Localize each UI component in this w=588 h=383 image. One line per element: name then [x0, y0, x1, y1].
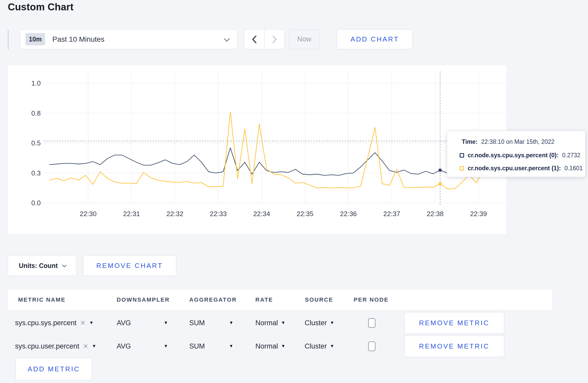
next-range-button[interactable] — [264, 30, 284, 49]
chart-card: 0.00.30.50.81.022:3022:3122:3222:3322:34… — [8, 65, 507, 235]
time-range-label: Past 10 Minutes — [52, 35, 104, 44]
svg-text:22:38: 22:38 — [427, 210, 444, 218]
svg-text:22:33: 22:33 — [210, 210, 227, 218]
downsampler-value: AVG — [117, 319, 131, 327]
svg-text:0.5: 0.5 — [31, 139, 41, 147]
caret-down-icon: ▼ — [229, 320, 233, 325]
metric-row: sys.cpu.sys.percent ✕ ▼ AVG ▼ SUM ▼ Norm… — [0, 312, 588, 334]
downsampler-select[interactable]: AVG ▼ — [117, 312, 168, 334]
column-header-aggregator: AGGREGATOR — [189, 296, 237, 303]
caret-down-icon[interactable]: ▼ — [89, 320, 94, 325]
caret-down-icon: ▼ — [229, 344, 233, 349]
source-value: Cluster — [305, 319, 327, 327]
per-node-checkbox[interactable] — [368, 342, 375, 351]
metrics-table-header: METRIC NAME DOWNSAMPLER AGGREGATOR RATE … — [8, 290, 552, 310]
svg-text:22:34: 22:34 — [253, 210, 270, 218]
svg-text:0.8: 0.8 — [31, 109, 41, 117]
tooltip-series-label: cr.node.sys.cpu.sys.percent (0): — [468, 152, 558, 159]
svg-text:1.0: 1.0 — [31, 79, 41, 87]
aggregator-select[interactable]: SUM ▼ — [189, 335, 233, 357]
chart-tooltip: Time: 22:38:10 on Mar 15th, 2022 cr.node… — [447, 131, 585, 177]
series-swatch-icon — [460, 153, 464, 158]
remove-metric-button[interactable]: REMOVE METRIC — [404, 312, 504, 334]
svg-text:0.3: 0.3 — [31, 169, 41, 177]
chevron-down-icon — [224, 36, 230, 41]
column-header-source: SOURCE — [305, 296, 333, 303]
svg-text:22:32: 22:32 — [166, 210, 183, 218]
caret-down-icon: ▼ — [164, 344, 168, 349]
add-chart-button[interactable]: ADD CHART — [337, 29, 413, 49]
tooltip-series-value: 0.1601 — [564, 165, 583, 172]
remove-metric-name-icon[interactable]: ✕ — [83, 343, 88, 350]
chevron-right-icon — [271, 35, 278, 44]
series-swatch-icon — [460, 166, 464, 171]
rate-select[interactable]: Normal ▼ — [255, 335, 285, 357]
source-value: Cluster — [305, 342, 327, 350]
svg-text:22:39: 22:39 — [470, 210, 487, 218]
remove-chart-button[interactable]: REMOVE CHART — [83, 255, 176, 276]
per-node-checkbox[interactable] — [368, 318, 375, 328]
units-label: Units: Count — [19, 262, 58, 269]
rate-value: Normal — [255, 319, 278, 327]
rate-value: Normal — [255, 342, 278, 350]
time-range-badge: 10m — [25, 33, 45, 45]
chevron-left-icon — [251, 35, 257, 44]
units-select[interactable]: Units: Count — [8, 255, 76, 276]
metric-name-value[interactable]: sys.cpu.sys.percent — [15, 319, 76, 327]
downsampler-select[interactable]: AVG ▼ — [117, 335, 168, 357]
downsampler-value: AVG — [117, 342, 131, 350]
column-header-per-node: PER NODE — [354, 296, 389, 303]
tooltip-time-value: 22:38:10 on Mar 15th, 2022 — [481, 138, 555, 145]
svg-text:22:31: 22:31 — [123, 210, 140, 218]
svg-text:22:37: 22:37 — [383, 210, 400, 218]
svg-text:0.0: 0.0 — [31, 199, 41, 207]
metric-row: sys.cpu.user.percent ✕ ▼ AVG ▼ SUM ▼ Nor… — [0, 335, 588, 357]
svg-text:22:36: 22:36 — [340, 210, 357, 218]
metric-name-value[interactable]: sys.cpu.user.percent — [15, 342, 79, 350]
now-button[interactable]: Now — [289, 29, 319, 49]
source-select[interactable]: Cluster ▼ — [305, 335, 334, 357]
aggregator-value: SUM — [189, 319, 205, 327]
add-metric-button[interactable]: ADD METRIC — [16, 358, 92, 380]
prev-range-button[interactable] — [244, 30, 264, 49]
aggregator-value: SUM — [189, 342, 205, 350]
caret-down-icon: ▼ — [330, 320, 334, 325]
svg-text:22:30: 22:30 — [80, 210, 96, 218]
page-title: Custom Chart — [8, 2, 74, 13]
column-header-metric-name: METRIC NAME — [18, 296, 66, 303]
column-header-downsampler: DOWNSAMPLER — [117, 296, 170, 303]
caret-down-icon: ▼ — [330, 344, 334, 349]
source-select[interactable]: Cluster ▼ — [305, 312, 334, 334]
caret-down-icon: ▼ — [164, 320, 168, 325]
toolbar-divider — [8, 30, 9, 49]
time-range-select[interactable]: 10m Past 10 Minutes — [20, 29, 237, 49]
column-header-rate: RATE — [255, 296, 273, 303]
time-nav-group — [244, 29, 285, 49]
caret-down-icon[interactable]: ▼ — [92, 344, 96, 349]
chart-plot[interactable]: 0.00.30.50.81.022:3022:3122:3222:3322:34… — [8, 65, 507, 234]
caret-down-icon: ▼ — [281, 344, 285, 349]
remove-metric-button[interactable]: REMOVE METRIC — [404, 335, 504, 357]
tooltip-time-label: Time: — [462, 138, 478, 145]
rate-select[interactable]: Normal ▼ — [255, 312, 285, 334]
tooltip-series-value: 0.2732 — [562, 152, 580, 159]
remove-metric-name-icon[interactable]: ✕ — [80, 319, 86, 327]
chevron-down-icon — [62, 263, 67, 267]
tooltip-series-label: cr.node.sys.cpu.user.percent (1): — [468, 165, 561, 172]
aggregator-select[interactable]: SUM ▼ — [189, 312, 233, 334]
svg-text:22:35: 22:35 — [297, 210, 313, 218]
caret-down-icon: ▼ — [281, 320, 285, 325]
